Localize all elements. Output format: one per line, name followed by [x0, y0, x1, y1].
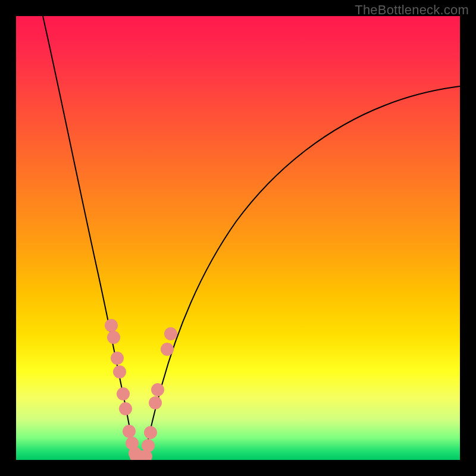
- dot: [111, 352, 124, 365]
- plot-area: [16, 16, 460, 460]
- dot: [142, 439, 155, 452]
- dot: [117, 387, 130, 400]
- chart-frame: TheBottleneck.com: [0, 0, 476, 476]
- dot: [149, 396, 162, 409]
- dot: [164, 327, 177, 340]
- dot: [123, 425, 136, 438]
- chart-svg: [16, 16, 460, 460]
- dots-left: [105, 319, 142, 460]
- dot: [107, 331, 120, 344]
- dot: [144, 426, 157, 439]
- dot: [161, 343, 174, 356]
- dot: [119, 402, 132, 415]
- dot: [113, 365, 126, 378]
- right-curve: [144, 86, 460, 460]
- dots-right: [142, 327, 177, 452]
- dot: [105, 319, 118, 332]
- dot: [151, 383, 164, 396]
- watermark: TheBottleneck.com: [355, 2, 469, 18]
